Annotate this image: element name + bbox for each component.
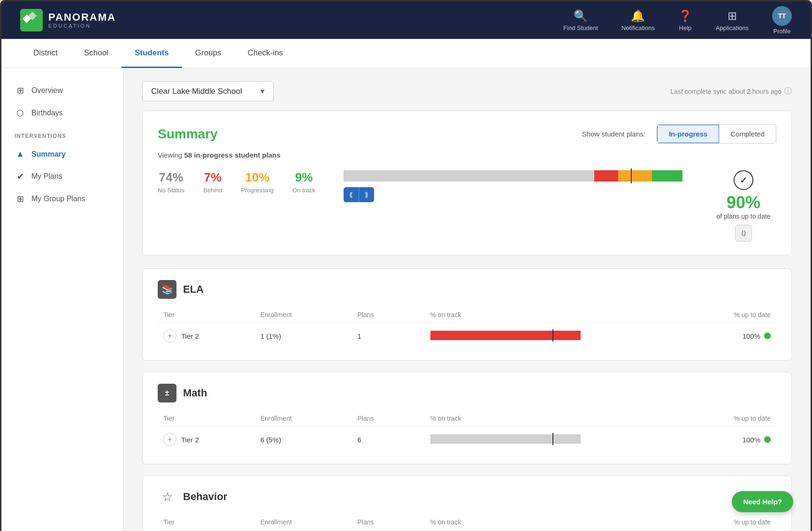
ela-plans-cell: 1 (352, 323, 424, 349)
ela-card: 📚 ELA Tier Enrollment Plans % on track %… (142, 268, 792, 361)
tab-checkins[interactable]: Check-ins (234, 39, 296, 68)
nav-next-btn[interactable]: ⟫ (359, 187, 374, 202)
ela-enrollment-cell: 1 (1%) (255, 323, 352, 349)
ela-bar-red (430, 331, 581, 340)
find-student-label: Find Student (563, 24, 598, 31)
math-up-to-date: 100% (673, 436, 771, 444)
avatar: TT (772, 6, 792, 26)
up-to-date-label: of plans up to date (711, 212, 776, 220)
summary-label: Summary (31, 150, 66, 159)
math-expand-btn[interactable]: + (163, 433, 176, 446)
notifications-label: Notifications (621, 24, 655, 31)
school-dropdown[interactable]: Clear Lake Middle School ▾ (142, 81, 274, 101)
ela-tier-cell: + Tier 2 (158, 323, 255, 349)
nav-prev-btn[interactable]: ⟪ (344, 187, 359, 202)
grid-icon: ⊞ (728, 9, 737, 23)
logo-name: PANORAMA (48, 12, 116, 23)
math-th-tier: Tier (158, 411, 255, 426)
math-th-up-to-date: % up to date (667, 411, 776, 426)
ela-th-enrollment: Enrollment (255, 307, 352, 323)
search-icon: 🔍 (574, 9, 588, 23)
math-bar (430, 434, 581, 444)
math-table: Tier Enrollment Plans % on track % up to… (158, 411, 776, 453)
summary-title: Summary (158, 127, 218, 142)
toggle-completed[interactable]: Completed (719, 125, 776, 143)
school-selector-row: Clear Lake Middle School ▾ Last complete… (142, 81, 792, 101)
math-bar-gray (430, 434, 581, 444)
math-card: ± Math Tier Enrollment Plans % on track … (142, 372, 792, 464)
interventions-section-label: INTERVENTIONS (1, 124, 123, 143)
math-header: ± Math (158, 384, 776, 402)
profile-nav[interactable]: TT Profile (772, 6, 792, 35)
summary-card: Summary Show student plans: In-progress … (142, 111, 792, 255)
sidebar-item-group-plans[interactable]: ⊞ My Group Plans (1, 188, 123, 210)
math-enrollment-cell: 6 (5%) (255, 426, 352, 453)
info-icon: ⓘ (784, 86, 792, 96)
behavior-th-tier: Tier (158, 515, 255, 530)
behavior-card: ☆ Behavior Tier Enrollment Plans % on tr… (142, 476, 792, 531)
stats-bar: 74% No Status 7% Behind 10% Progressing (158, 170, 776, 242)
on-track-label: On track (292, 187, 315, 194)
behavior-th-plans: Plans (352, 515, 424, 530)
math-th-plans: Plans (352, 411, 424, 426)
chevron-down-icon: ▾ (260, 86, 265, 96)
math-title: Math (183, 387, 207, 399)
tab-district[interactable]: District (20, 39, 71, 68)
plans-toggle-area: Show student plans: In-progress Complete… (582, 124, 776, 144)
plans-count: 58 in-progress student plans (184, 151, 280, 159)
behavior-th-on-track: % on track (425, 515, 667, 530)
bar-green (652, 170, 682, 182)
math-date-pct: 100% (743, 436, 760, 444)
math-bar-fill (430, 434, 581, 444)
behavior-table: Tier Enrollment Plans % on track % up to… (158, 515, 776, 531)
bar-orange (618, 170, 652, 182)
math-plans-cell: 6 (352, 426, 424, 453)
embed-button[interactable]: ⟨⟩ (735, 225, 752, 242)
sidebar-item-summary[interactable]: ▲ Summary (1, 143, 123, 165)
help-nav[interactable]: ❓ Help (678, 9, 692, 31)
ela-th-up-to-date: % up to date (667, 307, 776, 323)
sync-text: Last complete sync about 2 hours ago (670, 88, 781, 95)
bar-red (594, 170, 618, 182)
notifications-nav[interactable]: 🔔 Notifications (621, 9, 655, 31)
applications-nav[interactable]: ⊞ Applications (716, 9, 749, 31)
ela-row-tier2: + Tier 2 1 (1%) 1 (158, 323, 776, 349)
ela-th-plans: Plans (352, 307, 424, 323)
math-bar-line (552, 433, 553, 445)
group-plans-label: My Group Plans (31, 195, 85, 203)
my-plans-label: My Plans (31, 172, 62, 181)
my-plans-icon: ✔ (15, 171, 26, 182)
ela-header: 📚 ELA (158, 280, 776, 299)
behavior-title: Behavior (183, 491, 227, 503)
find-student-nav[interactable]: 🔍 Find Student (563, 9, 598, 31)
summary-progress-section: ⟪ ⟫ (344, 170, 682, 202)
sync-info: Last complete sync about 2 hours ago ⓘ (670, 86, 792, 96)
no-status-label: No Status (158, 187, 184, 194)
ela-tier-label: Tier 2 (181, 332, 199, 340)
math-row-tier2: + Tier 2 6 (5%) 6 (158, 426, 776, 453)
tab-school[interactable]: School (71, 39, 122, 68)
tab-students[interactable]: Students (122, 39, 182, 68)
ela-up-to-date: 100% (673, 332, 771, 340)
show-plans-label: Show student plans: (582, 130, 645, 138)
sidebar-item-overview[interactable]: ⊞ Overview (1, 79, 123, 102)
ela-expand-btn[interactable]: + (163, 329, 176, 342)
behavior-icon: ☆ (158, 487, 176, 506)
bar-gray (344, 170, 594, 182)
logo-sub: EDUCATION (48, 23, 116, 29)
ela-date-pct: 100% (743, 332, 760, 340)
main-content: Clear Lake Middle School ▾ Last complete… (123, 68, 811, 531)
group-plans-icon: ⊞ (15, 194, 26, 204)
sidebar-item-birthdays[interactable]: ⬡ Birthdays (1, 102, 123, 124)
math-tier-cell: + Tier 2 (158, 426, 255, 453)
need-help-button[interactable]: Need Help? (732, 491, 793, 512)
applications-label: Applications (716, 24, 749, 31)
help-label: Help (679, 24, 692, 31)
ela-th-tier: Tier (158, 307, 255, 323)
sidebar: ⊞ Overview ⬡ Birthdays INTERVENTIONS ▲ S… (1, 68, 123, 531)
up-to-date-pct: 90% (711, 193, 776, 212)
tab-groups[interactable]: Groups (182, 39, 235, 68)
sidebar-item-my-plans[interactable]: ✔ My Plans (1, 165, 123, 188)
toggle-in-progress[interactable]: In-progress (657, 125, 720, 143)
ela-dot (764, 333, 771, 339)
